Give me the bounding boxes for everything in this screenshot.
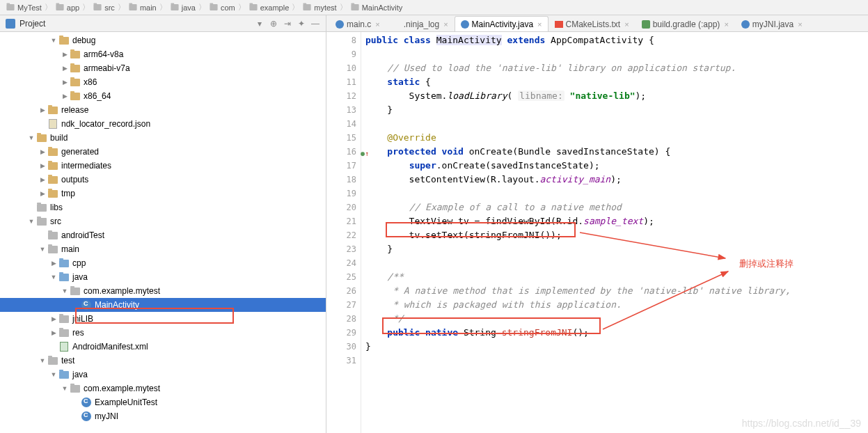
chevron-down-icon[interactable]: ▼ [28, 218, 35, 225]
close-icon[interactable]: × [537, 20, 542, 29]
tree-row[interactable]: ▶x86_64 [0, 89, 326, 103]
tree-row[interactable]: ▼java [0, 270, 326, 284]
code-line[interactable]: System.loadLibrary( libname: "native-lib… [365, 89, 868, 103]
code-line[interactable] [365, 354, 868, 368]
tree-row[interactable]: ▼main [0, 242, 326, 256]
code-line[interactable]: protected void onCreate(Bundle savedInst… [365, 145, 868, 159]
chevron-down-icon[interactable]: ▼ [50, 37, 57, 44]
tree-row[interactable]: ▶cpp [0, 256, 326, 270]
tree-row[interactable]: ▶x86 [0, 75, 326, 89]
chevron-down-icon[interactable]: ▼ [28, 134, 35, 141]
breadcrumb-item[interactable]: example [248, 3, 290, 12]
tree-row[interactable]: ▶release [0, 103, 326, 117]
tree-row[interactable]: ndk_locator_record.json [0, 117, 326, 131]
project-tree[interactable]: ▼debug▶arm64-v8a▶armeabi-v7a▶x86▶x86_64▶… [0, 32, 326, 433]
tree-row[interactable]: MainActivity [0, 298, 326, 312]
chevron-right-icon[interactable]: ▶ [61, 51, 68, 58]
code-line[interactable]: setContentView(R.layout.activity_main); [365, 173, 868, 187]
tree-row[interactable]: ▶arm64-v8a [0, 47, 326, 61]
tree-row[interactable]: ▶jniLIB [0, 312, 326, 326]
tree-row[interactable]: ▼com.example.mytest [0, 381, 326, 395]
editor-tab[interactable]: main.c× [329, 16, 386, 31]
close-icon[interactable]: × [375, 20, 379, 29]
code-line[interactable]: TextView tv = findViewById(R.id.sample_t… [365, 214, 868, 228]
breadcrumb-item[interactable]: MainActivity [350, 3, 403, 12]
chevron-down-icon[interactable]: ▼ [50, 371, 57, 378]
code-line[interactable]: super.onCreate(savedInstanceState); [365, 159, 868, 173]
tree-row[interactable]: ▼src [0, 214, 326, 228]
target-icon[interactable]: ⊕ [269, 19, 278, 29]
close-icon[interactable]: × [443, 20, 448, 29]
chevron-down-icon[interactable]: ▼ [39, 357, 46, 364]
chevron-down-icon[interactable]: ▼ [50, 274, 57, 281]
gear-icon[interactable]: ✦ [297, 19, 306, 29]
editor-tab[interactable]: build.gradle (:app)× [636, 16, 735, 31]
tree-row[interactable]: libs [0, 200, 326, 214]
close-icon[interactable]: × [724, 20, 728, 29]
tree-row[interactable]: ▼test [0, 354, 326, 368]
code-line[interactable]: // Used to load the 'native-lib' library… [365, 61, 868, 75]
chevron-down-icon[interactable]: ▼ [39, 246, 46, 253]
chevron-right-icon[interactable]: ▶ [61, 65, 68, 72]
close-icon[interactable]: × [798, 20, 802, 29]
breadcrumb-item[interactable]: src [93, 3, 115, 12]
code-line[interactable]: @Override [365, 131, 868, 145]
tree-row[interactable]: ▶res [0, 326, 326, 340]
chevron-right-icon[interactable]: ▶ [39, 107, 46, 113]
hide-icon[interactable]: — [310, 19, 320, 29]
tree-row[interactable]: ▼debug [0, 33, 326, 47]
code-line[interactable]: public native String stringFromJNI(); [365, 326, 868, 340]
tree-row[interactable]: ▼com.example.mytest [0, 284, 326, 298]
tree-row[interactable]: AndroidManifest.xml [0, 340, 326, 354]
editor-tab[interactable]: CMakeLists.txt× [549, 16, 636, 31]
chevron-right-icon[interactable]: ▶ [61, 79, 68, 86]
code-line[interactable]: public class MainActivity extends AppCom… [365, 33, 868, 47]
tree-row[interactable]: myJNI [0, 409, 326, 423]
collapse-icon[interactable]: ⇥ [283, 19, 292, 29]
breadcrumb-item[interactable]: com [209, 3, 235, 12]
breadcrumb-item[interactable]: app [55, 3, 79, 12]
editor-area[interactable]: 8910111213141516●↑1718192021222324252627… [326, 32, 868, 433]
chevron-down-icon[interactable]: ▼ [61, 385, 68, 392]
chevron-right-icon[interactable]: ▶ [61, 93, 68, 100]
code-line[interactable] [365, 117, 868, 131]
editor-tab[interactable]: MainActivity.java× [455, 16, 549, 31]
code-line[interactable]: /** [365, 270, 868, 284]
code-line[interactable] [365, 47, 868, 61]
code-line[interactable]: * which is packaged with this applicatio… [365, 298, 868, 312]
tree-row[interactable]: ▶generated [0, 145, 326, 159]
tree-row[interactable]: ExampleUnitTest [0, 395, 326, 409]
close-icon[interactable]: × [624, 20, 629, 29]
code-line[interactable]: */ [365, 312, 868, 326]
code[interactable]: public class MainActivity extends AppCom… [361, 32, 868, 433]
tree-row[interactable]: androidTest [0, 228, 326, 242]
code-line[interactable]: // Example of a call to a native method [365, 200, 868, 214]
editor-tab[interactable]: .ninja_log× [386, 16, 455, 31]
tree-row[interactable]: ▶armeabi-v7a [0, 61, 326, 75]
chevron-right-icon[interactable]: ▶ [50, 329, 57, 336]
dropdown-icon[interactable]: ▾ [255, 19, 265, 29]
tree-row[interactable]: ▶intermediates [0, 159, 326, 173]
code-line[interactable]: } [365, 242, 868, 256]
tree-row[interactable]: ▼java [0, 368, 326, 381]
tree-row[interactable]: ▼build [0, 131, 326, 145]
code-line[interactable]: } [365, 103, 868, 117]
breadcrumb-item[interactable]: MyTest [6, 3, 42, 12]
chevron-right-icon[interactable]: ▶ [39, 176, 46, 183]
chevron-right-icon[interactable]: ▶ [50, 260, 57, 267]
breadcrumb-item[interactable]: java [170, 3, 196, 12]
code-line[interactable]: } [365, 340, 868, 354]
editor-tab[interactable]: myJNI.java× [735, 16, 809, 31]
chevron-right-icon[interactable]: ▶ [50, 315, 57, 322]
breadcrumb-item[interactable]: main [128, 3, 157, 12]
chevron-down-icon[interactable]: ▼ [61, 288, 68, 294]
code-line[interactable]: tv.setText(stringFromJNI()); [365, 228, 868, 242]
chevron-right-icon[interactable]: ▶ [39, 162, 46, 169]
code-line[interactable]: static { [365, 75, 868, 89]
tree-row[interactable]: ▶tmp [0, 187, 326, 200]
chevron-right-icon[interactable]: ▶ [39, 148, 46, 155]
breadcrumb-item[interactable]: mytest [302, 3, 336, 12]
code-line[interactable]: * A native method that is implemented by… [365, 284, 868, 298]
chevron-right-icon[interactable]: ▶ [39, 190, 46, 197]
code-line[interactable] [365, 187, 868, 200]
